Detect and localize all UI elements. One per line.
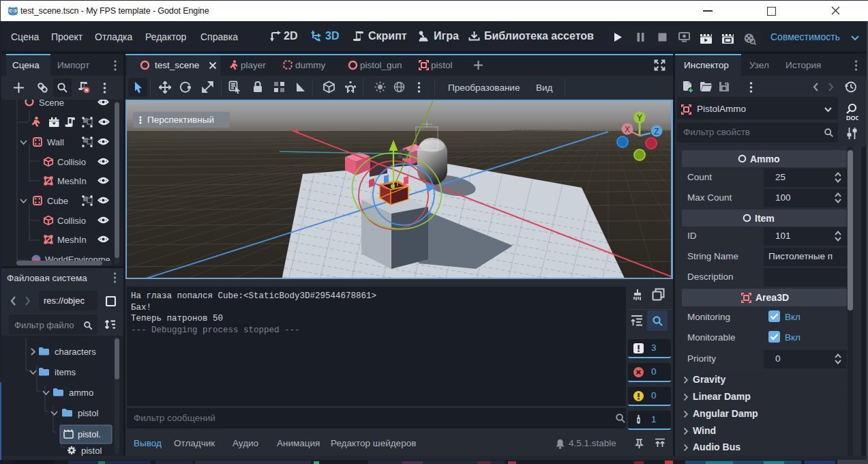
svg-text:MeshIn: MeshIn xyxy=(57,176,87,186)
svg-text:Перспективный: Перспективный xyxy=(147,115,214,125)
svg-text:Y: Y xyxy=(637,113,642,123)
svg-text:characters: characters xyxy=(55,347,96,357)
svg-text:Scene: Scene xyxy=(39,100,64,108)
svg-text:Cube: Cube xyxy=(47,196,68,206)
svg-text:Z: Z xyxy=(654,127,659,136)
svg-text:Collisio: Collisio xyxy=(57,216,86,226)
svg-text:pistol.: pistol. xyxy=(78,429,101,439)
svg-text:MeshIn: MeshIn xyxy=(57,235,87,245)
svg-text:items: items xyxy=(55,367,76,377)
svg-text:ammo: ammo xyxy=(69,388,93,398)
svg-text:Collisio: Collisio xyxy=(57,157,86,167)
svg-text:pistol: pistol xyxy=(81,446,102,456)
svg-text:Wall: Wall xyxy=(47,137,64,147)
svg-text:X: X xyxy=(625,125,630,134)
svg-text:DOC: DOC xyxy=(846,115,858,121)
svg-text:pistol: pistol xyxy=(78,408,98,418)
